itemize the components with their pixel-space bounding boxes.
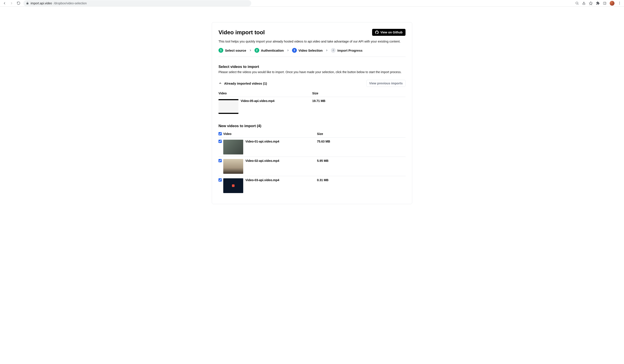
forward-button[interactable]	[10, 1, 13, 5]
table-row: Video-03-api.video.mp4 0.31 MB	[218, 176, 406, 195]
video-name: Video-02-api.video.mp4	[245, 159, 279, 162]
url-path: /dropbox/video-selection	[54, 1, 87, 5]
address-bar[interactable]: import.api.video/dropbox/video-selection	[24, 0, 251, 6]
column-header-video: Video	[223, 132, 317, 136]
extensions-icon[interactable]	[596, 1, 600, 5]
main-card: Video import tool View on Github This to…	[212, 22, 412, 204]
page-subtitle: This tool helps you quickly import your …	[218, 40, 406, 43]
new-videos-heading: New videos to import (4)	[218, 124, 406, 128]
video-size: 5.95 MB	[317, 159, 406, 174]
step-select-source[interactable]: 1 Select source	[218, 48, 246, 53]
svg-point-4	[619, 3, 620, 3]
video-size: 0.31 MB	[317, 178, 406, 193]
svg-rect-2	[603, 2, 606, 4]
video-size: 19.71 MB	[312, 99, 406, 114]
new-videos-table: Video Size Video-01-api.video.mp4 75.63 …	[218, 130, 406, 195]
column-header-size: Size	[317, 132, 406, 136]
share-icon[interactable]	[582, 1, 586, 5]
svg-point-3	[619, 2, 620, 2]
step-import-progress: 4 Import Progress	[331, 48, 363, 53]
row-checkbox[interactable]	[218, 159, 222, 162]
page-title: Video import tool	[218, 29, 265, 36]
table-row: Video-01-api.video.mp4 75.63 MB	[218, 137, 406, 157]
reload-button[interactable]	[17, 1, 20, 5]
chevron-up-icon	[218, 81, 222, 85]
video-thumbnail	[218, 99, 238, 114]
sidepanel-icon[interactable]	[603, 1, 607, 5]
kebab-menu-icon[interactable]	[618, 1, 621, 5]
lock-icon	[26, 2, 29, 4]
table-row: Video-05-api.video.mp4 19.71 MB	[218, 97, 406, 116]
github-button-label: View on Github	[380, 31, 402, 34]
select-videos-heading: Select videos to import	[218, 65, 406, 69]
view-on-github-button[interactable]: View on Github	[372, 29, 406, 36]
row-checkbox[interactable]	[218, 140, 222, 143]
column-header-video: Video	[218, 92, 312, 95]
view-previous-imports-button[interactable]: View previous imports	[366, 80, 406, 87]
table-row: Video-02-api.video.mp4 5.95 MB	[218, 157, 406, 176]
select-videos-desc: Please select the videos you would like …	[218, 70, 406, 74]
url-host: import.api.video	[31, 1, 52, 5]
already-imported-toggle[interactable]: Already imported videos (1)	[218, 81, 267, 85]
video-thumbnail	[223, 159, 243, 174]
video-name: Video-03-api.video.mp4	[245, 178, 279, 182]
video-name: Video-01-api.video.mp4	[245, 140, 279, 143]
back-button[interactable]	[3, 1, 6, 5]
stepper: 1 Select source 2 Authentication 3 Video…	[218, 48, 406, 57]
column-header-size: Size	[312, 92, 406, 95]
svg-point-0	[576, 2, 578, 4]
chevron-right-icon	[249, 49, 252, 52]
browser-chrome: import.api.video/dropbox/video-selection	[0, 0, 624, 6]
video-thumbnail	[223, 178, 243, 193]
step-authentication[interactable]: 2 Authentication	[255, 48, 284, 53]
github-icon	[375, 31, 379, 34]
star-icon[interactable]	[589, 1, 593, 5]
chevron-right-icon	[325, 49, 328, 52]
zoom-icon[interactable]	[575, 1, 579, 5]
already-imported-label: Already imported videos (1)	[224, 81, 267, 85]
svg-point-5	[619, 4, 620, 4]
video-thumbnail	[223, 140, 243, 155]
step-video-selection: 3 Video Selection	[292, 48, 323, 53]
video-size: 75.63 MB	[317, 140, 406, 155]
video-name: Video-05-api.video.mp4	[241, 99, 274, 103]
profile-avatar[interactable]	[610, 1, 614, 6]
row-checkbox[interactable]	[218, 178, 222, 182]
chevron-right-icon	[286, 49, 289, 52]
already-imported-table: Video Size Video-05-api.video.mp4 19.71 …	[218, 90, 406, 116]
select-all-checkbox[interactable]	[218, 132, 222, 135]
